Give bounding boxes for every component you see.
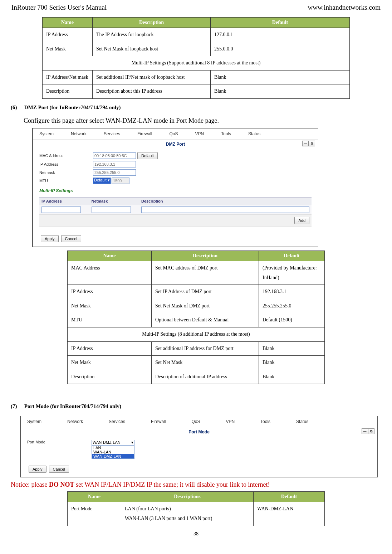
table-row: IP Address The IP Address for loopback 1… [43, 28, 350, 42]
minimize-icon[interactable]: — [362, 428, 368, 434]
cell: Blank [211, 84, 350, 99]
table-section-row: Multi-IP Settings (Support additional 8 … [43, 56, 350, 71]
chevron-down-icon: ▾ [131, 440, 133, 445]
mac-input[interactable] [93, 152, 136, 159]
apply-button[interactable]: Apply [29, 466, 46, 473]
multiip-ip-input[interactable] [41, 206, 81, 213]
table-row [39, 205, 312, 214]
cell: Set Net Mask of loopback host [93, 42, 211, 56]
cell: Net Mask [68, 299, 152, 313]
cell: Description about this IP address [93, 84, 211, 99]
menu-status[interactable]: Status [248, 131, 260, 136]
table-row: Net Mask Set Net Mask Blank [68, 356, 325, 370]
section-num: (6) [11, 105, 23, 111]
panel-title: DMZ Port — ⧉ [33, 139, 318, 150]
menu-system[interactable]: System [39, 131, 54, 136]
cell-line: LAN (four LAN ports) [125, 504, 250, 514]
add-button[interactable]: Add [294, 217, 309, 224]
cell: IP Address [68, 341, 152, 356]
mac-label: MAC Address [39, 154, 93, 158]
cell: Blank [259, 341, 325, 356]
multiip-table: IP Address Netmask Description [39, 197, 312, 214]
window-buttons: — ⧉ [362, 428, 374, 434]
portmode-option-lan[interactable]: LAN [92, 446, 134, 450]
apply-button[interactable]: Apply [41, 235, 59, 242]
menu-system[interactable]: System [27, 419, 41, 424]
mtu-input [112, 178, 129, 184]
menu-vpn[interactable]: VPN [226, 419, 235, 424]
menu-tools[interactable]: Tools [260, 419, 270, 424]
cell: Default (1500) [259, 313, 325, 327]
section-6-intro: Configure this page after select WAN-DMZ… [24, 117, 381, 125]
portmode-option-wanlan[interactable]: WAN-LAN [92, 450, 134, 454]
menu-firewall[interactable]: Firewall [151, 419, 166, 424]
cell: LAN (four LAN ports) WAN-LAN (3 LAN port… [121, 502, 254, 526]
header-left: InRouter 700 Series User's Manual [11, 4, 107, 11]
menu-vpn[interactable]: VPN [195, 131, 204, 136]
page-number: 38 [11, 531, 381, 537]
cell: Port Mode [68, 502, 121, 526]
menu-services[interactable]: Services [104, 131, 120, 136]
section-num: (7) [11, 403, 23, 409]
col-desc: Description [152, 251, 259, 261]
cell: Set Net Mask of DMZ port [152, 299, 259, 313]
nav-menu: System Network Services Firewall QoS VPN… [21, 416, 377, 427]
portmode-select[interactable]: WAN-DMZ-LAN▾ [92, 440, 134, 445]
cell: IP Address/Net mask [43, 70, 93, 84]
minimize-icon[interactable]: — [302, 141, 309, 146]
panel-title-text: Port Mode [188, 429, 210, 434]
table-section-row: Multi-IP Settings (8 additional IP addre… [68, 327, 325, 341]
cell: MTU [68, 313, 152, 327]
col-default: Default [259, 251, 325, 261]
cell-line: WAN-LAN (3 LAN ports and 1 WAN port) [125, 514, 250, 524]
netmask-input[interactable] [93, 169, 136, 176]
ip-input[interactable] [93, 161, 136, 167]
portmode-option-wandmzlan[interactable]: WAN-DMZ-LAN [92, 454, 134, 458]
dmz-param-table: Name Description Default MAC Address Set… [67, 251, 325, 384]
menu-status[interactable]: Status [296, 419, 308, 424]
cell: 255.255.255.0 [259, 299, 325, 313]
menu-tools[interactable]: Tools [221, 131, 231, 136]
cancel-button[interactable]: Cancel [49, 466, 69, 473]
col-desc: Description [139, 197, 312, 205]
default-button[interactable]: Default [137, 152, 158, 159]
maximize-icon[interactable]: ⧉ [309, 141, 315, 146]
ip-label: IP Address [39, 162, 93, 166]
maximize-icon[interactable]: ⧉ [368, 428, 374, 434]
portmode-options[interactable]: LAN WAN-LAN WAN-DMZ-LAN [92, 445, 134, 459]
cell: Set IP Address of DMZ port [152, 285, 259, 299]
cell: IP Address [43, 28, 93, 42]
cell: Blank [259, 356, 325, 370]
menu-qos[interactable]: QoS [169, 131, 178, 136]
table-row: IP Address Set additional IP address for… [68, 341, 325, 356]
cell: Net Mask [43, 42, 93, 56]
table-row: Net Mask Set Net Mask of DMZ port 255.25… [68, 299, 325, 313]
multiip-netmask-input[interactable] [92, 206, 131, 213]
cancel-button[interactable]: Cancel [61, 235, 81, 242]
cell: Set additional IP address for DMZ port [152, 341, 259, 356]
menu-firewall[interactable]: Firewall [137, 131, 152, 136]
nav-menu: System Network Services Firewall QoS VPN… [33, 128, 318, 139]
multiip-desc-input[interactable] [141, 206, 309, 213]
multiip-heading: Multi-IP Settings [39, 188, 312, 195]
section-title: DMZ Port (for InRouter704/714/794 only) [24, 105, 121, 110]
menu-services[interactable]: Services [109, 419, 125, 424]
cell: Optional between Default & Manual [152, 313, 259, 327]
cell: Set MAC address of DMZ port [152, 261, 259, 285]
col-default: Default [254, 492, 325, 502]
menu-qos[interactable]: QoS [191, 419, 200, 424]
window-buttons: — ⧉ [302, 141, 315, 146]
col-default: Default [211, 18, 350, 28]
panel-title: Port Mode — ⧉ [21, 427, 377, 438]
section-title: Port Mode (for InRouter704/714/794 only) [24, 403, 121, 409]
mtu-select[interactable]: Default ▾ [93, 178, 111, 184]
cell: (Provided by Manufacture: InHand) [259, 261, 325, 285]
col-name: Name [43, 18, 93, 28]
section-7-heading: (7) Port Mode (for InRouter704/714/794 o… [11, 403, 381, 409]
portmode-label: Port Mode [27, 440, 92, 444]
mtu-label: MTU [39, 179, 93, 183]
col-name: Name [68, 492, 121, 502]
menu-network[interactable]: Network [67, 419, 83, 424]
header-right: www.inhandnetworks.com [308, 4, 381, 11]
menu-network[interactable]: Network [71, 131, 87, 136]
